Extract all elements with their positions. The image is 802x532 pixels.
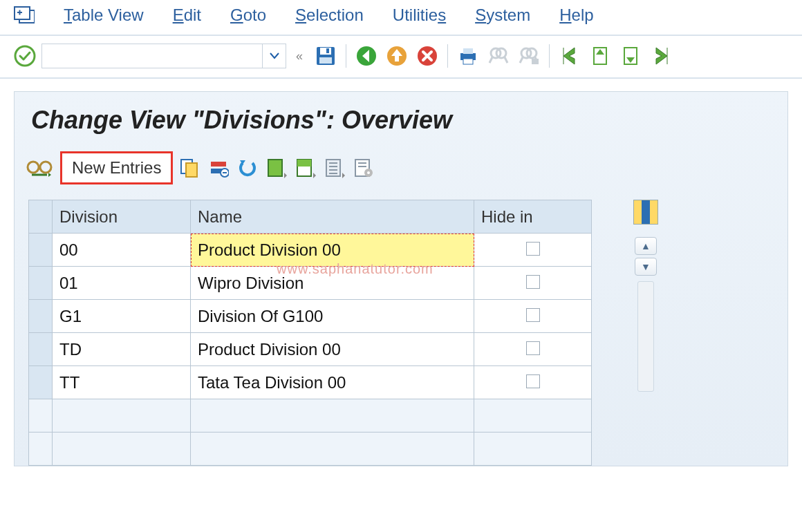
menu-goto[interactable]: Goto — [230, 6, 266, 25]
select-block-icon[interactable] — [293, 155, 318, 180]
hide-checkbox[interactable] — [526, 341, 540, 355]
cell-name[interactable]: Wipro Division — [191, 267, 474, 300]
svg-rect-16 — [532, 59, 539, 64]
svg-rect-4 — [326, 48, 329, 53]
col-header-hide[interactable]: Hide in — [474, 200, 592, 234]
enter-button[interactable] — [12, 44, 37, 68]
svg-point-19 — [28, 162, 39, 173]
empty-cell[interactable] — [191, 433, 474, 466]
standard-toolbar: « — [0, 36, 802, 79]
svg-point-32 — [367, 171, 370, 174]
cell-hide[interactable] — [474, 234, 592, 267]
command-dropdown[interactable] — [263, 44, 286, 68]
new-entries-button[interactable]: New Entries — [60, 151, 173, 184]
empty-cell[interactable] — [53, 433, 191, 466]
empty-cell[interactable] — [29, 433, 53, 466]
table-row: 01Wipro Division — [29, 267, 592, 300]
row-selector[interactable] — [29, 366, 53, 399]
menu-utilities[interactable]: Utilities — [393, 6, 446, 25]
menu-system[interactable]: System — [475, 6, 530, 25]
svg-point-1 — [15, 46, 35, 66]
cell-division[interactable]: TT — [53, 366, 191, 399]
row-selector[interactable] — [29, 234, 53, 267]
cell-name[interactable]: Tata Tea Division 00 — [191, 366, 474, 399]
hide-checkbox[interactable] — [526, 308, 540, 322]
cell-name[interactable]: Division Of G100 — [191, 300, 474, 333]
cell-hide[interactable] — [474, 366, 592, 399]
empty-cell[interactable] — [53, 399, 191, 433]
menu-help[interactable]: Help — [559, 6, 593, 25]
exit-icon[interactable] — [384, 43, 410, 69]
scroll-up-button[interactable]: ▲ — [635, 237, 657, 255]
hide-checkbox[interactable] — [526, 275, 540, 289]
hide-checkbox[interactable] — [526, 374, 540, 388]
cell-name[interactable]: Product Division 00 — [191, 333, 474, 366]
menu-edit[interactable]: Edit — [173, 6, 201, 25]
menu-selection[interactable]: Selection — [295, 6, 364, 25]
save-icon[interactable] — [313, 43, 339, 69]
col-header-name[interactable]: Name — [191, 200, 474, 234]
command-field[interactable] — [41, 44, 263, 68]
svg-rect-5 — [319, 57, 332, 64]
empty-cell[interactable] — [474, 399, 592, 433]
display-toggle-icon[interactable] — [23, 153, 56, 182]
print-icon[interactable] — [455, 43, 481, 69]
menu-expand-icon[interactable] — [14, 6, 35, 24]
divisions-table: Division Name Hide in 00Product Division… — [28, 200, 592, 466]
table-row: TTTata Tea Division 00 — [29, 366, 592, 399]
back-icon[interactable] — [353, 43, 380, 69]
cancel-icon[interactable] — [414, 43, 440, 69]
table-row-empty — [29, 433, 592, 466]
col-header-division[interactable]: Division — [53, 200, 191, 234]
toolbar-divider — [447, 44, 448, 68]
svg-point-20 — [40, 162, 51, 173]
deselect-all-icon[interactable] — [322, 155, 347, 180]
row-selector[interactable] — [29, 333, 53, 366]
cell-name[interactable]: Product Division 00 — [191, 234, 474, 267]
cell-division[interactable]: 00 — [53, 234, 191, 267]
collapse-icon[interactable]: « — [290, 49, 308, 64]
empty-cell[interactable] — [29, 399, 53, 433]
content-panel: Change View "Divisions": Overview New En… — [14, 91, 788, 466]
toolbar-divider — [346, 44, 346, 68]
svg-rect-22 — [186, 163, 197, 177]
select-all-icon[interactable] — [264, 155, 289, 180]
table-row: 00Product Division 00 — [29, 234, 592, 267]
scroll-down-button[interactable]: ▼ — [635, 258, 657, 276]
toolbar-divider — [549, 44, 550, 68]
empty-cell[interactable] — [474, 433, 592, 466]
svg-rect-3 — [320, 48, 331, 55]
svg-rect-23 — [211, 162, 226, 167]
find-icon[interactable] — [485, 43, 512, 69]
cell-division[interactable]: G1 — [53, 300, 191, 333]
menu-table-view[interactable]: Table View — [64, 6, 144, 25]
cell-hide[interactable] — [474, 267, 592, 300]
table-row: G1Division Of G100 — [29, 300, 592, 333]
row-selector-header[interactable] — [29, 200, 53, 234]
scrollbar-track[interactable] — [637, 281, 654, 392]
first-page-icon[interactable] — [557, 43, 583, 69]
undo-icon[interactable] — [235, 155, 260, 180]
hide-checkbox[interactable] — [526, 242, 540, 256]
svg-rect-10 — [463, 48, 473, 54]
cell-hide[interactable] — [474, 300, 592, 333]
delete-icon[interactable] — [206, 155, 231, 180]
row-selector[interactable] — [29, 300, 53, 333]
application-toolbar: New Entries — [15, 151, 787, 200]
copy-as-icon[interactable] — [177, 155, 202, 180]
table-settings-icon[interactable] — [351, 155, 376, 180]
cell-hide[interactable] — [474, 333, 592, 366]
prev-page-icon[interactable] — [587, 43, 613, 69]
next-page-icon[interactable] — [617, 43, 644, 69]
configure-columns-icon[interactable] — [633, 200, 658, 225]
cell-division[interactable]: TD — [53, 333, 191, 366]
row-selector[interactable] — [29, 267, 53, 300]
last-page-icon[interactable] — [648, 43, 674, 69]
svg-rect-11 — [463, 59, 473, 64]
find-next-icon[interactable] — [516, 43, 542, 69]
empty-cell[interactable] — [191, 399, 474, 433]
table-row: TDProduct Division 00 — [29, 333, 592, 366]
cell-division[interactable]: 01 — [53, 267, 191, 300]
page-title: Change View "Divisions": Overview — [15, 92, 787, 151]
svg-rect-28 — [297, 160, 311, 167]
